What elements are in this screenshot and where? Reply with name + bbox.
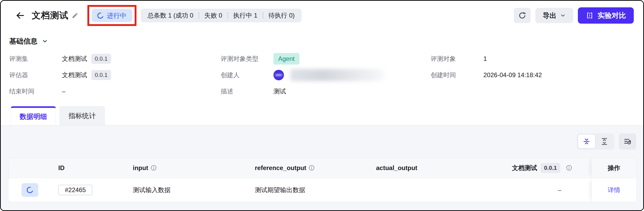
spinner-icon: [96, 11, 104, 19]
status-label: 进行中: [107, 11, 126, 20]
field-evaluator: 评估器 文档测试 0.0.1: [9, 67, 221, 83]
export-button[interactable]: 导出: [535, 8, 573, 23]
header-input: input: [121, 158, 242, 178]
expand-vertical-icon: [600, 138, 608, 145]
metric-empty-value: –: [558, 186, 561, 194]
version-badge: 0.0.1: [91, 70, 111, 80]
divider: [228, 12, 228, 19]
row-height-segmented-control: [577, 133, 614, 150]
table-header-row: ID input reference_output actual_output …: [8, 158, 636, 178]
field-create-time: 创建时间 2026-04-09 14:18:42: [431, 67, 634, 83]
row-status-cell: [8, 178, 48, 202]
blurred-username: [290, 69, 384, 81]
create-time-value: 2026-04-09 14:18:42: [483, 71, 542, 79]
detail-link[interactable]: 详情: [608, 186, 620, 194]
back-button[interactable]: [14, 10, 26, 21]
list-settings-icon: [623, 137, 632, 146]
header-id: ID: [48, 158, 121, 178]
field-eval-target: 评测对象 1: [431, 51, 634, 67]
field-eval-set: 评测集 文档测试 0.0.1: [9, 51, 221, 67]
export-label: 导出: [543, 11, 556, 20]
section-title: 基础信息: [9, 36, 38, 46]
stats-pending: 待执行 0): [268, 11, 295, 20]
chevron-down-icon: [560, 13, 566, 18]
end-time-value: –: [62, 88, 65, 95]
info-column-1: 评测集 文档测试 0.0.1 评估器 文档测试 0.0.1 结束时间 –: [9, 51, 221, 99]
arrow-left-icon: [15, 10, 25, 20]
info-grid: 评测集 文档测试 0.0.1 评估器 文档测试 0.0.1 结束时间 –: [9, 51, 634, 99]
evaluator-name: 文档测试: [62, 71, 87, 79]
table-toolbar: [8, 133, 637, 150]
agent-tag: Agent: [273, 53, 299, 65]
field-target-type: 评测对象类型 Agent: [221, 51, 431, 67]
column-settings-button[interactable]: [619, 133, 636, 150]
metric-name: 文档测试: [512, 164, 537, 172]
info-icon[interactable]: [308, 165, 315, 171]
divider: [263, 12, 263, 19]
info-icon[interactable]: [566, 165, 572, 171]
info-column-3: 评测对象 1 创建时间 2026-04-09 14:18:42: [431, 51, 634, 99]
refresh-icon: [518, 12, 526, 19]
eval-target-value: 1: [483, 55, 487, 62]
header-status-column: [8, 158, 48, 178]
spinner-icon: [26, 186, 34, 194]
row-input-cell: 测试输入数据: [121, 178, 242, 202]
running-status-tile: [22, 183, 38, 197]
expand-rows-button[interactable]: [596, 135, 613, 148]
app-window: 文档测试 进行中 总条数 1 (成功 0 失败 0 执行中 1 待执行 0) 导…: [0, 0, 644, 211]
tab-content: ID input reference_output actual_output …: [1, 125, 643, 210]
description-value: 测试: [273, 87, 286, 96]
field-end-time: 结束时间 –: [9, 83, 221, 99]
edit-title-icon[interactable]: [72, 12, 78, 19]
header-actual-output: actual_output: [363, 158, 483, 178]
row-id-pill: #22465: [58, 185, 92, 195]
tab-bar: 数据明细 指标统计: [1, 106, 643, 125]
row-metric-cell: –: [483, 178, 591, 202]
stats-total: 总条数 1 (成功 0: [147, 11, 193, 20]
field-creator: 创建人: [221, 67, 431, 83]
basic-info-section: 基础信息 评测集 文档测试 0.0.1 评估器 文档测试 0.0.1: [1, 30, 643, 106]
red-annotation-box: 进行中: [87, 5, 136, 26]
tab-data-detail[interactable]: 数据明细: [11, 106, 56, 125]
header-actions: 操作: [591, 158, 636, 178]
row-actions-cell: 详情: [591, 178, 636, 202]
row-id-cell: #22465: [48, 178, 121, 202]
info-icon[interactable]: [150, 165, 157, 171]
chevron-down-icon: [42, 38, 48, 44]
refresh-button[interactable]: [514, 8, 531, 23]
status-badge: 进行中: [92, 9, 132, 22]
data-table-card: ID input reference_output actual_output …: [8, 157, 637, 202]
field-description: 描述 测试: [221, 83, 431, 99]
basic-info-header[interactable]: 基础信息: [9, 35, 634, 47]
compare-label: 实验对比: [598, 11, 626, 20]
stats-pill: 总条数 1 (成功 0 失败 0 执行中 1 待执行 0): [141, 9, 302, 22]
divider: [199, 12, 199, 19]
tab-metric-stats[interactable]: 指标统计: [60, 106, 105, 125]
compare-brackets-icon: [586, 12, 594, 19]
collapse-vertical-icon: [583, 138, 590, 145]
info-column-2: 评测对象类型 Agent 创建人 描述 测试: [221, 51, 431, 99]
stats-running: 执行中 1: [233, 11, 257, 20]
page-title: 文档测试: [32, 9, 68, 22]
metric-version-badge: 0.0.1: [541, 163, 560, 173]
avatar: [273, 70, 284, 80]
experiment-compare-button[interactable]: 实验对比: [578, 7, 634, 24]
row-reference-cell: 测试期望输出数据: [242, 178, 363, 202]
stats-failed: 失败 0: [204, 11, 222, 20]
header-metric: 文档测试 0.0.1: [483, 158, 591, 178]
row-actual-cell: [363, 178, 483, 202]
eval-set-name: 文档测试: [62, 55, 87, 63]
page-header: 文档测试 进行中 总条数 1 (成功 0 失败 0 执行中 1 待执行 0) 导…: [1, 1, 643, 30]
header-reference-output: reference_output: [242, 158, 363, 178]
collapse-rows-button[interactable]: [578, 135, 595, 148]
version-badge: 0.0.1: [91, 54, 111, 64]
table-row: #22465 测试输入数据 测试期望输出数据 – 详情: [8, 178, 636, 202]
